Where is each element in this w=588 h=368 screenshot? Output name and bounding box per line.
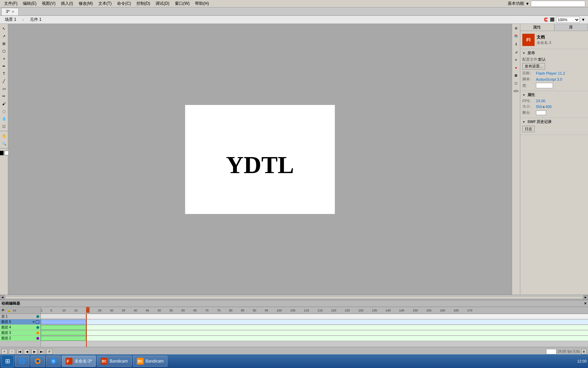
- free-transform-tool[interactable]: ⊞: [1, 40, 7, 47]
- doc-section: Fl 文档 未命名-3: [520, 31, 588, 49]
- zoom-select[interactable]: 100% 50% 200%: [556, 17, 580, 23]
- layer-row-1[interactable]: 层 1: [0, 314, 40, 319]
- go-back-btn[interactable]: ◀: [24, 349, 30, 354]
- select-tool[interactable]: ↖: [1, 25, 7, 32]
- start-button[interactable]: ⊞: [1, 355, 14, 367]
- element1-item[interactable]: 元件 1: [28, 16, 44, 23]
- add-layer-btn[interactable]: +: [1, 349, 7, 354]
- swatches-icon[interactable]: ▦: [512, 72, 520, 79]
- layer-row-3[interactable]: 图层 3: [0, 330, 40, 336]
- menu-help[interactable]: 帮助(H): [192, 0, 212, 7]
- code-snippets-icon[interactable]: </>: [512, 87, 520, 95]
- play-btn[interactable]: ▶: [31, 349, 37, 354]
- eraser-tool[interactable]: ◻: [1, 123, 7, 129]
- lasso-tool[interactable]: ⌖: [1, 55, 7, 62]
- publish-collapse[interactable]: ▼: [522, 51, 525, 55]
- hand-tool[interactable]: ✋: [1, 133, 7, 139]
- tab-close-icon[interactable]: ✕: [12, 10, 14, 14]
- script-value: ActionScript 3.0: [536, 77, 562, 81]
- frame-row-4[interactable]: [41, 325, 588, 330]
- timeline-close-icon[interactable]: ✕: [584, 302, 587, 305]
- paint-tool[interactable]: 🖌: [1, 100, 7, 107]
- frames-area[interactable]: [41, 314, 588, 347]
- subselect-tool[interactable]: ↗: [1, 33, 7, 40]
- taskbar-right: 12:00: [577, 359, 587, 363]
- add-motion-btn[interactable]: ⊕: [581, 349, 587, 354]
- go-fwd-btn[interactable]: ▶|: [39, 349, 45, 354]
- loop-btn[interactable]: ↺: [46, 349, 52, 354]
- tab-library[interactable]: 库: [554, 24, 588, 31]
- components-icon[interactable]: ⬡: [512, 79, 520, 87]
- library-icon[interactable]: 📚: [512, 32, 520, 40]
- eyedrop-tool[interactable]: 💧: [1, 115, 7, 122]
- menu-insert[interactable]: 插入(I): [58, 0, 76, 7]
- delete-layer-btn[interactable]: −: [9, 349, 15, 354]
- stroke-color[interactable]: [0, 151, 4, 155]
- publish-settings-btn[interactable]: 发布设置...: [522, 63, 545, 70]
- go-first-btn[interactable]: |◀: [16, 349, 22, 354]
- zoom-dropdown-icon[interactable]: ▼: [581, 17, 585, 22]
- lock-icon[interactable]: 🔒: [7, 308, 11, 312]
- taskbar-bandicam1[interactable]: BC Bandicam: [97, 356, 131, 367]
- swf-collapse[interactable]: ▼: [522, 120, 525, 124]
- tab-properties[interactable]: 属性: [520, 24, 554, 31]
- tab-file[interactable]: 3* ✕: [1, 8, 19, 15]
- menu-debug[interactable]: 调试(D): [153, 0, 172, 7]
- color-icon[interactable]: ●: [512, 64, 520, 71]
- scroll-right-btn[interactable]: ▶: [583, 295, 588, 300]
- text-tool[interactable]: T: [1, 70, 7, 77]
- menu-control[interactable]: 控制(D): [134, 0, 153, 7]
- taskbar-flash[interactable]: F 未命名-3*: [62, 356, 96, 367]
- hscroll-thumb[interactable]: [5, 296, 583, 299]
- transform-icon[interactable]: ⊿: [512, 48, 520, 56]
- workspace-dropdown-icon[interactable]: ▼: [525, 1, 529, 6]
- class-input[interactable]: [536, 83, 553, 88]
- scene1-item[interactable]: 场景 1: [3, 16, 18, 23]
- stage-color-swatch[interactable]: [536, 110, 546, 115]
- script-label: 脚本:: [522, 77, 536, 82]
- taskbar-ie[interactable]: [15, 356, 29, 367]
- snap-icon[interactable]: 🧲: [544, 17, 549, 22]
- canvas-area[interactable]: YDTL: [8, 24, 512, 295]
- layer-row-4[interactable]: 图层 4: [0, 325, 40, 330]
- menu-text[interactable]: 文本(T): [96, 0, 114, 7]
- menu-window[interactable]: 窗口(W): [172, 0, 192, 7]
- outline-icon[interactable]: ▭: [13, 308, 16, 312]
- menu-modify[interactable]: 修改(M): [76, 0, 96, 7]
- taskbar-fox[interactable]: [31, 356, 45, 367]
- scroll-left-btn[interactable]: ◀: [0, 295, 5, 300]
- frame-row-5[interactable]: [41, 319, 588, 325]
- pencil-tool[interactable]: ✏: [1, 93, 7, 99]
- ink-tool[interactable]: ◌: [1, 108, 7, 114]
- menu-command[interactable]: 命令(C): [114, 0, 134, 7]
- layer-row-2[interactable]: 图层 2: [0, 336, 40, 341]
- line-tool[interactable]: ╱: [1, 78, 7, 85]
- frame-row-3[interactable]: [41, 330, 588, 336]
- pen-tool[interactable]: ✒: [1, 63, 7, 70]
- frames-layer2-rest: [86, 336, 588, 341]
- info-icon[interactable]: ℹ: [512, 40, 520, 48]
- taskbar-globe[interactable]: [46, 356, 61, 367]
- eye-icon[interactable]: 👁: [1, 308, 5, 312]
- log-btn[interactable]: 日志: [522, 126, 535, 132]
- search-input[interactable]: [531, 1, 585, 7]
- menu-edit[interactable]: 编辑(E): [20, 0, 39, 7]
- taskbar-bandicam2[interactable]: BC Bandicam: [133, 356, 167, 367]
- menu-file[interactable]: 文件(F): [1, 0, 20, 7]
- canvas-icon[interactable]: ⬛: [550, 17, 555, 22]
- menu-view[interactable]: 视图(V): [39, 0, 58, 7]
- script-row: 脚本: ActionScript 3.0: [522, 77, 586, 82]
- rect-tool[interactable]: ▭: [1, 85, 7, 92]
- properties-icon[interactable]: ⊞: [512, 25, 520, 32]
- ruler-mark-25: 25: [98, 309, 101, 312]
- frame-row-2[interactable]: [41, 336, 588, 341]
- zoom-tool[interactable]: 🔍: [1, 140, 7, 147]
- ruler-mark-95: 95: [265, 309, 268, 312]
- properties-collapse[interactable]: ▼: [522, 93, 525, 97]
- frame-number-input[interactable]: 20: [546, 349, 556, 354]
- align-icon[interactable]: ≡: [512, 56, 520, 63]
- canvas-hscrollbar[interactable]: ◀ ▶: [0, 295, 588, 300]
- gradient-tool[interactable]: ⬡: [1, 48, 7, 55]
- frame-row-1[interactable]: [41, 314, 588, 319]
- layer-row-5[interactable]: 图层 5 ✕: [0, 319, 40, 325]
